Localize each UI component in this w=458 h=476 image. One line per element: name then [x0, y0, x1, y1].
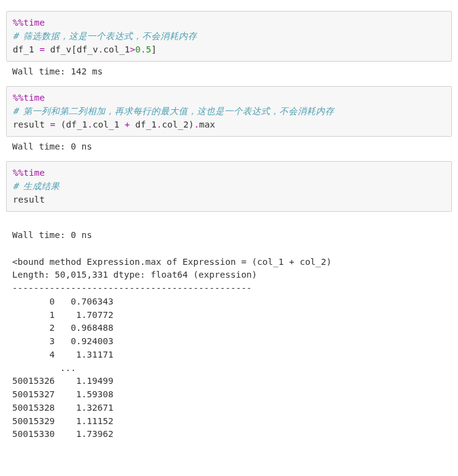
wall-time-2: Wall time: 0 ns [12, 142, 92, 151]
data-row: 2 0.968488 [12, 323, 113, 333]
magic-line: %%time [13, 16, 445, 30]
output-cell-2: Wall time: 0 ns [6, 137, 452, 156]
magic-time: %%time [13, 18, 45, 27]
ellipsis-row: ... [12, 363, 76, 373]
data-row: 4 1.31171 [12, 350, 113, 359]
code-line: result [13, 193, 445, 207]
code-cell-1: %%time # 筛选数据，这是一个表达式，不会消耗内存 df_1 = df_v… [6, 11, 452, 62]
magic-line: %%time [13, 167, 445, 180]
data-row: 50015326 1.19499 [12, 376, 113, 386]
comment-line: # 生成结果 [13, 180, 445, 193]
data-row: 50015328 1.32671 [12, 403, 113, 413]
output-cell-1: Wall time: 142 ms [6, 62, 452, 81]
wall-time-1: Wall time: 142 ms [12, 67, 102, 76]
comment-line: # 第一列和第二列相加，再求每行的最大值，这也是一个表达式，不会消耗内存 [13, 105, 445, 118]
comment-line: # 筛选数据，这是一个表达式，不会消耗内存 [13, 30, 445, 43]
magic-line: %%time [13, 92, 445, 105]
data-row: 0 0.706343 [12, 297, 113, 306]
code-cell-3: %%time # 生成结果 result [6, 161, 452, 212]
data-row: 50015327 1.59308 [12, 389, 113, 399]
data-row: 50015329 1.11152 [12, 416, 113, 426]
code-cell-2: %%time # 第一列和第二列相加，再求每行的最大值，这也是一个表达式，不会消… [6, 86, 452, 137]
code-line: result = (df_1.col_1 + df_1.col_2).max [13, 118, 445, 132]
code-line: df_1 = df_v[df_v.col_1>0.5] [13, 43, 445, 57]
data-row: 50015330 1.73962 [12, 429, 113, 439]
data-row: 1 1.70772 [12, 310, 113, 320]
output-cell-3: Wall time: 0 ns <bound method Expression… [6, 212, 452, 444]
expr-line-2: Length: 50,015,331 dtype: float64 (expre… [12, 270, 257, 279]
wall-time-3: Wall time: 0 ns [12, 230, 92, 240]
expr-line-1: <bound method Expression.max of Expressi… [12, 257, 332, 267]
magic-time: %%time [13, 93, 45, 103]
magic-time: %%time [13, 168, 45, 178]
dash-line: ----------------------------------------… [12, 283, 252, 293]
data-row: 3 0.924003 [12, 336, 113, 346]
